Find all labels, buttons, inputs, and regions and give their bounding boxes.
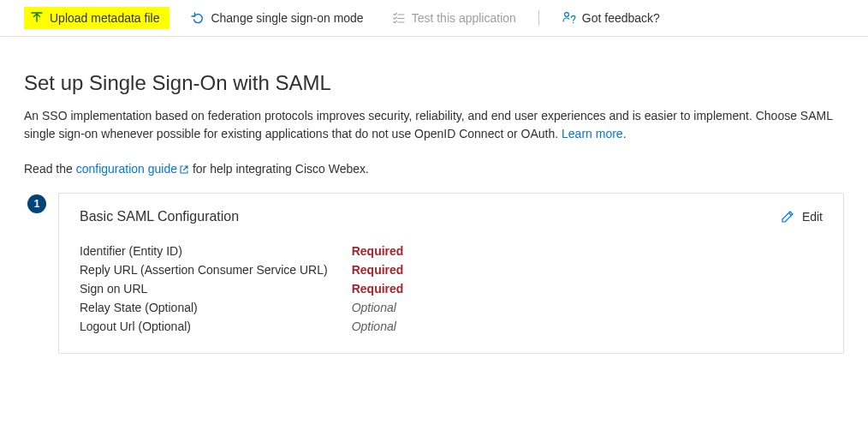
checklist-icon xyxy=(391,10,407,26)
field-row: Sign on URL Required xyxy=(80,279,403,298)
step-badge: 1 xyxy=(27,194,46,213)
field-label: Relay State (Optional) xyxy=(80,298,352,317)
learn-more-link[interactable]: Learn more xyxy=(562,127,623,140)
config-guide-label: configuration guide xyxy=(76,162,177,176)
page-description: An SSO implementation based on federatio… xyxy=(24,107,844,143)
config-guide-line: Read the configuration guide for help in… xyxy=(24,162,844,176)
field-row: Relay State (Optional) Optional xyxy=(80,298,403,317)
field-row: Logout Url (Optional) Optional xyxy=(80,317,403,336)
svg-line-3 xyxy=(788,213,791,216)
field-label: Sign on URL xyxy=(80,279,352,298)
upload-metadata-button[interactable]: Upload metadata file xyxy=(24,7,169,29)
desc-post: . xyxy=(623,127,627,140)
field-label: Logout Url (Optional) xyxy=(80,317,352,336)
test-app-label: Test this application xyxy=(412,11,516,25)
field-row: Reply URL (Assertion Consumer Service UR… xyxy=(80,260,403,279)
toolbar: Upload metadata file Change single sign-… xyxy=(0,0,868,37)
pencil-icon xyxy=(780,209,795,224)
read-pre: Read the xyxy=(24,162,76,176)
feedback-label: Got feedback? xyxy=(582,11,660,25)
field-value: Required xyxy=(352,279,404,298)
field-value: Required xyxy=(352,242,404,260)
card-title: Basic SAML Configuration xyxy=(80,209,239,224)
edit-button[interactable]: Edit xyxy=(780,209,823,224)
field-value: Required xyxy=(352,260,404,279)
svg-point-1 xyxy=(564,13,568,17)
test-app-button: Test this application xyxy=(384,7,523,29)
field-table: Identifier (Entity ID) Required Reply UR… xyxy=(80,242,403,336)
feedback-icon xyxy=(562,10,577,26)
content-area: Set up Single Sign-On with SAML An SSO i… xyxy=(0,37,868,354)
read-post: for help integrating Cisco Webex. xyxy=(189,162,369,176)
toolbar-separator xyxy=(538,10,539,26)
basic-saml-card: Basic SAML Configuration Edit Identifier… xyxy=(58,193,844,354)
card-header: Basic SAML Configuration Edit xyxy=(80,209,823,224)
desc-text: An SSO implementation based on federatio… xyxy=(24,109,832,140)
step-1-row: 1 Basic SAML Configuration Edit Identifi… xyxy=(24,193,844,354)
page-title: Set up Single Sign-On with SAML xyxy=(24,71,844,95)
config-guide-link[interactable]: configuration guide xyxy=(76,162,189,176)
field-label: Identifier (Entity ID) xyxy=(80,242,352,260)
change-mode-button[interactable]: Change single sign-on mode xyxy=(183,7,370,29)
field-label: Reply URL (Assertion Consumer Service UR… xyxy=(80,260,352,279)
undo-icon xyxy=(190,10,205,26)
external-link-icon xyxy=(179,164,189,175)
change-mode-label: Change single sign-on mode xyxy=(211,11,363,25)
edit-label: Edit xyxy=(802,210,823,224)
upload-icon xyxy=(29,10,45,26)
field-row: Identifier (Entity ID) Required xyxy=(80,242,403,260)
upload-metadata-label: Upload metadata file xyxy=(50,11,159,25)
svg-point-2 xyxy=(573,22,574,23)
field-value: Optional xyxy=(352,317,404,336)
field-value: Optional xyxy=(352,298,404,317)
feedback-button[interactable]: Got feedback? xyxy=(555,7,667,29)
